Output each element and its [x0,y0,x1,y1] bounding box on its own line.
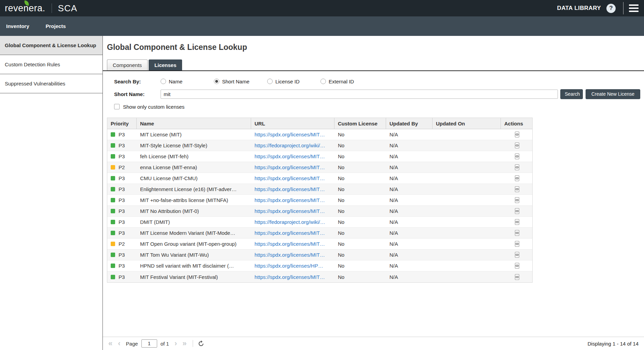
updated-on-value [433,140,501,151]
column-header[interactable]: Updated By [386,118,433,129]
updated-by-value: N/A [386,271,433,282]
last-page-icon[interactable]: » [182,340,187,347]
previous-page-icon[interactable]: ‹ [118,340,120,347]
table-row[interactable]: P3 CMU License (MIT-CMU) https://spdx.or… [107,173,532,184]
search-by-option[interactable]: License ID [267,79,320,84]
short-name-input[interactable] [161,90,558,99]
search-button[interactable]: Search [560,89,583,99]
view-license-icon[interactable] [514,274,520,280]
view-license-icon[interactable] [514,230,520,236]
license-url-link[interactable]: https://spdx.org/licenses/MIT… [255,153,325,159]
license-url-link[interactable]: https://spdx.org/licenses/MIT… [255,164,325,170]
create-new-license-button[interactable]: Create New License [586,89,640,99]
next-page-icon[interactable]: › [175,340,177,347]
table-row[interactable]: P2 MIT Open Group variant (MIT-open-grou… [107,239,532,250]
custom-license-value: No [334,129,386,140]
view-license-icon[interactable] [514,219,520,225]
radio-icon[interactable] [214,79,219,84]
view-license-icon[interactable] [514,252,520,258]
updated-on-value [433,206,501,216]
table-row[interactable]: P3 MIT No Attribution (MIT-0) https://sp… [107,206,532,217]
table-row[interactable]: P3 HPND sell variant with MIT disclaimer… [107,260,532,271]
column-header[interactable]: Custom License [334,118,386,129]
column-header[interactable]: Priority [107,118,137,129]
menu-icon[interactable] [628,3,639,13]
priority-label: P3 [119,263,125,269]
radio-icon[interactable] [161,79,166,84]
view-license-icon[interactable] [514,197,520,203]
sidebar-item[interactable]: Suppressed Vulnerabilities [0,74,102,93]
view-license-icon[interactable] [514,164,520,170]
page-number-input[interactable] [141,339,157,348]
table-row[interactable]: P3 feh License (MIT-feh) https://spdx.or… [107,151,532,162]
view-license-icon[interactable] [514,143,520,148]
column-header[interactable]: Updated On [433,118,501,129]
license-url-link[interactable]: https://spdx.org/licenses/MIT… [255,132,325,137]
license-url-link[interactable]: https://spdx.org/licenses/MIT… [255,197,325,203]
license-url-link[interactable]: https://spdx.org/licenses/HP… [255,263,323,269]
license-url-link[interactable]: https://spdx.org/licenses/MIT… [255,186,325,192]
view-license-icon[interactable] [514,263,520,269]
view-license-icon[interactable] [514,186,520,192]
nav-item-inventory[interactable]: Inventory [6,23,29,29]
license-name: MIT Festival Variant (MIT-Festival) [137,271,251,282]
table-body: P3 MIT License (MIT) https://spdx.org/li… [107,129,532,282]
license-url-link[interactable]: https://spdx.org/licenses/MIT… [255,175,325,181]
search-by-option[interactable]: Short Name [214,79,267,84]
priority-indicator [111,165,115,170]
license-url-link[interactable]: https://fedoraproject.org/wiki/… [255,219,325,225]
radio-icon[interactable] [267,79,273,84]
table-row[interactable]: P3 MIT License Modern Variant (MIT-Mode…… [107,228,532,239]
view-license-icon[interactable] [514,132,520,137]
custom-license-value: No [334,271,386,282]
license-url-link[interactable]: https://spdx.org/licenses/MIT… [255,252,325,258]
tab-components[interactable]: Components [107,59,148,70]
license-url-link[interactable]: https://spdx.org/licenses/MIT… [255,274,325,280]
license-url-link[interactable]: https://spdx.org/licenses/MIT… [255,208,325,214]
license-url-link[interactable]: https://spdx.org/licenses/MIT… [255,230,325,236]
data-library-link[interactable]: DATA LIBRARY [557,5,601,12]
license-name: MIT Tom Wu Variant (MIT-Wu) [137,250,251,260]
license-url-link[interactable]: https://spdx.org/licenses/MIT… [255,241,325,247]
table-row[interactable]: P3 Enlightenment License (e16) (MIT-adve… [107,184,532,195]
license-name: MIT License (MIT) [137,129,251,140]
table-row[interactable]: P3 MIT Tom Wu Variant (MIT-Wu) https://s… [107,250,532,260]
search-by-option[interactable]: External ID [320,79,374,84]
table-row[interactable]: P3 MIT Festival Variant (MIT-Festival) h… [107,271,532,282]
updated-on-value [433,151,501,162]
table-row[interactable]: P3 MIT License (MIT) https://spdx.org/li… [107,129,532,140]
license-name: CMU License (MIT-CMU) [137,173,251,184]
table-row[interactable]: P3 MIT +no-false-attribs license (MITNFA… [107,195,532,206]
priority-label: P3 [119,132,125,137]
custom-license-value: No [334,206,386,216]
help-icon[interactable]: ? [606,4,616,13]
table-row[interactable]: P3 MIT-Style License (MIT-Style) https:/… [107,140,532,151]
table-row[interactable]: P3 DMIT (DMIT) https://fedoraproject.org… [107,217,532,228]
brand-divider [52,3,52,13]
search-by-option[interactable]: Name [161,79,214,84]
tab-licenses[interactable]: Licenses [149,59,182,70]
view-license-icon[interactable] [514,153,520,159]
first-page-icon[interactable]: « [108,340,112,347]
refresh-icon[interactable] [198,340,204,347]
license-url-link[interactable]: https://fedoraproject.org/wiki/… [255,143,325,148]
view-license-icon[interactable] [514,241,520,247]
nav-item-projects[interactable]: Projects [46,23,66,29]
radio-icon[interactable] [320,79,326,84]
column-header[interactable]: URL [251,118,334,129]
updated-by-value: N/A [386,184,433,194]
updated-on-value [433,260,501,271]
view-license-icon[interactable] [514,208,520,214]
radio-label: Short Name [222,79,249,84]
sidebar-item[interactable]: Global Component & License Lookup [0,36,102,55]
column-header[interactable]: Name [137,118,251,129]
brand-text: revenera. [5,3,45,14]
sidebar-item[interactable]: Custom Detection Rules [0,55,102,74]
license-name: MIT Open Group variant (MIT-open-group) [137,239,251,249]
table-row[interactable]: P2 enna License (MIT-enna) https://spdx.… [107,162,532,173]
custom-licenses-checkbox[interactable] [114,104,120,109]
view-license-icon[interactable] [514,175,520,181]
license-name: MIT License Modern Variant (MIT-Mode… [137,228,251,238]
search-panel: Search By: NameShort NameLicense IDExter… [103,71,644,113]
column-header[interactable]: Actions [501,118,533,129]
